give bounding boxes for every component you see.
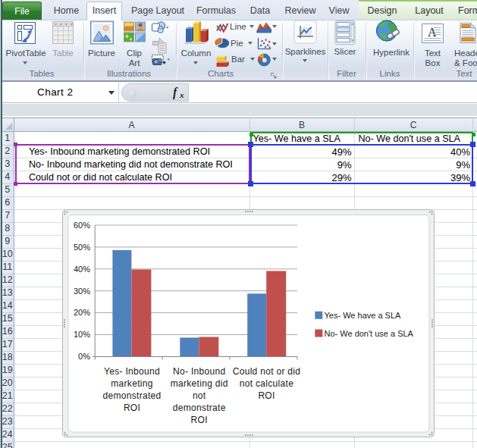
svg-text:No- We don't use a SLA: No- We don't use a SLA — [325, 328, 414, 337]
svg-text:ROI: ROI — [124, 403, 140, 413]
svg-text:marketing did: marketing did — [171, 378, 228, 389]
svg-text:Could not or did: Could not or did — [233, 366, 301, 377]
svg-text:ROI: ROI — [258, 390, 275, 401]
svg-text:40%: 40% — [74, 264, 90, 273]
svg-text:20%: 20% — [74, 308, 90, 317]
svg-text:not calculate: not calculate — [240, 378, 293, 389]
svg-text:marketing: marketing — [111, 378, 152, 389]
svg-text:60%: 60% — [74, 220, 90, 229]
svg-text:not: not — [193, 390, 206, 401]
svg-text:ROI: ROI — [191, 415, 208, 425]
svg-text:Yes- Inbound: Yes- Inbound — [104, 366, 160, 377]
svg-text:50%: 50% — [74, 242, 90, 251]
svg-text:30%: 30% — [74, 286, 90, 295]
svg-text:10%: 10% — [74, 330, 90, 339]
svg-text:Yes- We have a SLA: Yes- We have a SLA — [325, 310, 402, 319]
svg-text:0%: 0% — [78, 352, 90, 361]
svg-text:demonstrated: demonstrated — [103, 390, 162, 401]
svg-text:demonstrate: demonstrate — [173, 403, 226, 413]
svg-text:No- Inbound: No- Inbound — [173, 366, 225, 377]
